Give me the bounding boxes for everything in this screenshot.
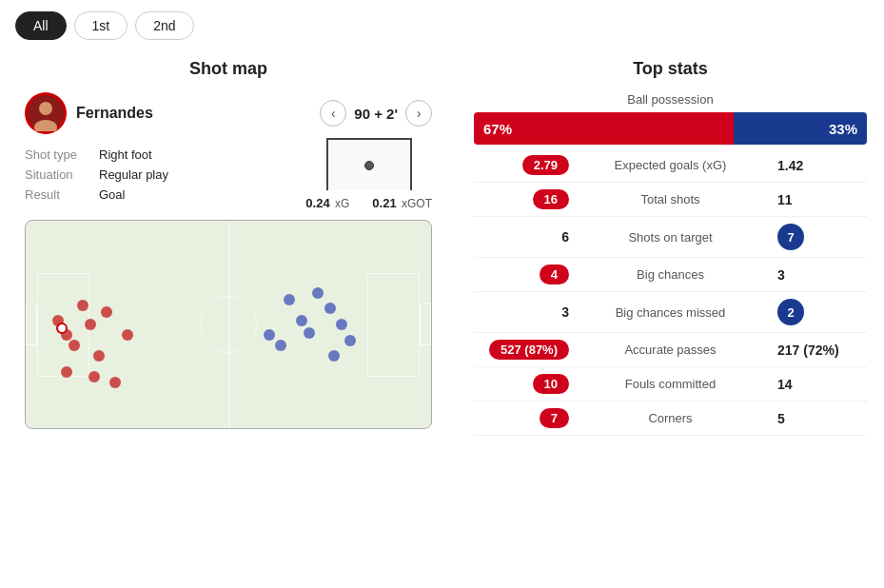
shot-dot [296,315,307,326]
tab-2nd[interactable]: 2nd [135,11,193,40]
shot-dot [101,306,112,318]
main-layout: Shot map Fernandes ‹ 90 + 2' › [0,51,884,443]
stat-right-col: 5 [772,411,867,426]
shot-dot [264,329,275,341]
shot-dot [109,377,121,388]
field-map [25,220,432,429]
shot-info: Shot type Right foot Situation Regular p… [25,147,296,207]
possession-row: Ball possession 67% 33% [474,92,867,145]
player-time: 90 + 2' [354,106,398,122]
stat-row: 7 Corners 5 [474,402,867,436]
shot-dot [312,287,324,299]
shot-type-row: Shot type Right foot [25,147,296,162]
possession-label: Ball possession [474,92,867,107]
result-value: Goal [99,187,125,202]
stat-right-value: 11 [777,192,793,207]
possession-red: 67% [474,112,734,145]
shot-dot [324,303,336,314]
stat-label: Big chances [569,267,772,282]
situation-row: Situation Regular play [25,167,296,182]
result-row: Result Goal [25,187,296,202]
stat-row: 16 Total shots 11 [474,183,867,217]
stat-row: 2.79 Expected goals (xG) 1.42 [474,148,867,183]
shot-dot [77,300,88,311]
stats-container: 2.79 Expected goals (xG) 1.42 16 Total s… [474,148,867,436]
xg-label: xG [335,197,349,210]
shot-type-value: Right foot [99,147,152,162]
stat-label: Big chances missed [569,305,772,320]
stat-left-badge: 10 [533,374,569,394]
stat-row: 6 Shots on target 7 [474,217,867,258]
stat-left-col: 10 [474,374,569,394]
stat-right-col: 11 [772,192,867,207]
stat-right-col: 2 [772,299,867,325]
right-panel: Top stats Ball possession 67% 33% 2.79 E… [466,51,874,443]
xg-value: 0.24 [305,196,329,210]
shot-dot [88,371,100,382]
stat-left-col: 4 [474,265,569,284]
situation-value: Regular play [99,167,168,182]
prev-player-button[interactable]: ‹ [320,100,346,127]
shot-dot [69,340,80,351]
stat-right-value: 5 [777,411,785,426]
shot-dot [56,323,68,334]
goal-box [326,138,412,190]
xgot-value: 0.21 [372,196,396,210]
result-label: Result [25,187,91,202]
stat-right-value: 217 (72%) [777,343,839,358]
shot-dot [328,350,340,362]
shot-dot [122,329,133,341]
stat-right-col: 1.42 [772,158,867,173]
stat-row: 3 Big chances missed 2 [474,292,867,333]
stat-label: Shots on target [569,230,772,245]
stat-left-col: 16 [474,189,569,209]
xgot-label: xGOT [402,197,432,210]
left-panel: Shot map Fernandes ‹ 90 + 2' › [10,51,447,443]
stat-right-badge: 7 [777,224,804,250]
penalty-area-right [367,273,420,377]
shot-dot [284,294,295,305]
stat-right-value: 14 [777,377,793,392]
player-row: Fernandes ‹ 90 + 2' › [25,92,432,134]
player-name: Fernandes [76,105,310,122]
possession-bar: 67% 33% [474,112,867,145]
situation-label: Situation [25,167,91,182]
stat-left-value: 6 [561,229,569,245]
shot-dot [61,366,72,378]
shot-dot [304,327,315,339]
shot-dot [344,335,356,346]
xg-entry: 0.24 xG [305,196,349,210]
stat-right-badge: 2 [777,299,804,325]
xgot-entry: 0.21 xGOT [372,196,432,210]
shot-map-title: Shot map [25,59,432,79]
avatar-svg [28,95,64,131]
goal-right [420,304,431,345]
stat-label: Expected goals (xG) [569,158,772,172]
stat-label: Accurate passes [569,343,772,357]
shot-dot [93,350,105,362]
stat-left-badge: 2.79 [522,155,569,175]
next-player-button[interactable]: › [405,100,432,127]
goal-left [26,304,37,345]
stat-label: Corners [569,411,772,425]
tab-1st[interactable]: 1st [74,11,128,40]
stat-right-col: 217 (72%) [772,343,867,358]
stat-right-col: 3 [772,267,867,283]
stat-left-badge: 4 [540,265,569,284]
possession-blue: 33% [734,112,867,145]
stat-left-col: 6 [474,229,569,245]
stat-left-col: 2.79 [474,155,569,175]
tab-all[interactable]: All [15,11,67,40]
stat-row: 10 Fouls committed 14 [474,367,867,402]
stat-right-col: 7 [772,224,867,250]
goal-box-wrap: 0.24 xG 0.21 xGOT [305,138,432,210]
top-stats-title: Top stats [474,59,867,79]
stat-row: 4 Big chances 3 [474,258,867,292]
stat-row: 527 (87%) Accurate passes 217 (72%) [474,333,867,367]
shot-dot [336,319,347,330]
shot-type-label: Shot type [25,147,91,162]
stat-right-col: 14 [772,377,867,392]
stat-label: Total shots [569,192,772,206]
stat-right-value: 3 [777,267,785,283]
player-nav: ‹ 90 + 2' › [320,100,432,127]
